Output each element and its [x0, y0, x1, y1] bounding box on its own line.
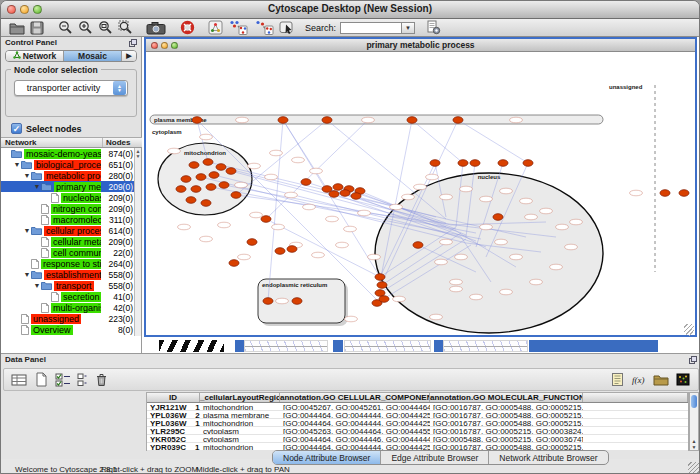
table-cell[interactable]: mitochondrion [200, 403, 280, 410]
tree-item-nitrogen-compo[interactable]: nitrogen compo209(0) [1, 203, 135, 214]
import-attributes-icon[interactable] [650, 370, 672, 390]
frame-resize-grip[interactable] [684, 324, 694, 334]
table-cell[interactable]: cytoplasm [200, 427, 280, 434]
tree-item-unassigned[interactable]: unassigned223(0) [1, 313, 135, 324]
window-resize-grip[interactable] [688, 462, 699, 473]
graph-node[interactable] [351, 193, 361, 200]
save-session-icon[interactable] [27, 20, 47, 36]
table-cell[interactable]: [GO:0016787, GO:0005488, GO:0005215, G..… [430, 419, 583, 426]
table-cell[interactable]: [GO:0016787, GO:0005215, GO:0003824, G..… [430, 427, 583, 434]
tree-item-metabolic-process[interactable]: ▼metabolic process280(0) [1, 170, 135, 181]
window-titlebar[interactable]: Cytoscape Desktop (New Session) [1, 1, 699, 19]
table-scrollbar[interactable]: ▲▼ [689, 392, 699, 451]
table-row[interactable]: YKR052Ccytoplasm[GO:0044464, GO:0044446,… [147, 435, 688, 443]
table-cell[interactable]: [GO:0044464, GO:0044446, GO:0044444, G..… [280, 435, 430, 442]
scrollbar-arrows[interactable]: ▲▼ [690, 438, 698, 450]
graph-node[interactable] [498, 160, 508, 167]
graph-node[interactable] [278, 117, 288, 124]
graph-node[interactable] [375, 274, 385, 281]
table-cell[interactable]: [GO:0044464, GO:0044444, GO:0044425, G..… [280, 443, 430, 450]
table-cell[interactable]: YKR052C [147, 435, 200, 442]
background-windows-strip[interactable] [142, 339, 700, 353]
column-header[interactable]: annotation.GO MOLECULAR_FUNCTION [430, 393, 583, 402]
float-panel-icon[interactable] [129, 39, 137, 49]
graph-node[interactable] [201, 200, 211, 207]
graph-node[interactable] [216, 164, 226, 171]
select-attributes-icon[interactable] [52, 370, 74, 390]
expand-toggle-icon[interactable]: ▼ [33, 282, 41, 289]
graph-node[interactable] [292, 298, 302, 305]
tab-network[interactable]: Network [6, 51, 64, 61]
tree-item-secretion[interactable]: secretion41(0) [1, 291, 135, 302]
expand-toggle-icon[interactable]: ▼ [23, 271, 31, 278]
table-cell[interactable]: YDR039C__1 [147, 443, 200, 450]
tree-scrollbar[interactable]: ▲▼ [134, 148, 141, 336]
graph-node[interactable] [192, 117, 202, 124]
open-session-icon[interactable] [7, 20, 27, 36]
attribute-table-icon[interactable] [8, 370, 30, 390]
column-header[interactable]: annotation.GO CELLULAR_COMPONENT [280, 393, 430, 402]
apply-layout-alt-icon[interactable] [251, 20, 277, 36]
background-window-fragment[interactable] [159, 340, 224, 352]
graph-node[interactable] [229, 260, 239, 267]
graph-node[interactable] [523, 160, 533, 167]
annotation-settings-icon[interactable] [423, 20, 443, 36]
graph-node[interactable] [340, 190, 350, 197]
network-view-titlebar[interactable]: primary metabolic process [146, 39, 695, 52]
zoom-out-icon[interactable] [55, 20, 75, 36]
tree-item-mosaic-demo-yeast[interactable]: mosaic-demo-yeast874(0) [1, 148, 135, 159]
apply-layout-icon[interactable] [225, 20, 251, 36]
table-row[interactable]: YPL036W__2plasma membrane[GO:0044464, GO… [147, 411, 688, 419]
table-cell[interactable]: YLR295C [147, 427, 200, 434]
table-cell[interactable]: [GO:0044464, GO:0044444, GO:0044425, G..… [280, 419, 430, 426]
graph-node[interactable] [219, 182, 229, 189]
graph-node[interactable] [453, 117, 463, 124]
graph-node[interactable] [375, 290, 385, 297]
expand-toggle-icon[interactable]: ▼ [23, 172, 31, 179]
expand-toggle-icon[interactable]: ▼ [13, 161, 21, 168]
table-cell[interactable]: YJR121W__1 [147, 403, 200, 410]
graph-node[interactable] [186, 197, 196, 204]
tree-item-multi-organism-pro[interactable]: multi-organism pro42(0) [1, 302, 135, 313]
tree-item-biological-process[interactable]: ▼biological_process651(0) [1, 159, 135, 170]
background-window-fragment[interactable] [344, 340, 431, 352]
table-cell[interactable]: YPL036W__2 [147, 411, 200, 418]
tree-item-transport[interactable]: ▼transport558(0) [1, 280, 135, 291]
zoom-in-icon[interactable] [75, 20, 95, 36]
table-cell[interactable]: cytoplasm [200, 435, 280, 442]
table-cell[interactable]: [GO:0045263, GO:0044464, GO:0044455, G..… [280, 427, 430, 434]
graph-node[interactable] [301, 179, 311, 186]
column-header[interactable]: _cellularLayoutRegion [200, 393, 280, 402]
graph-node[interactable] [176, 186, 186, 193]
float-panel-icon[interactable] [689, 356, 697, 366]
table-cell[interactable]: [GO:0044464, GO:0044444, GO:0044425, G..… [280, 411, 430, 418]
tab-overflow-arrow[interactable]: ▶ [122, 51, 136, 61]
graph-node[interactable] [247, 239, 257, 246]
graph-node[interactable] [333, 184, 343, 191]
search-dropdown-button[interactable]: ▼ [402, 22, 415, 34]
graph-node[interactable] [470, 160, 480, 167]
graph-node[interactable] [206, 184, 216, 191]
graph-node[interactable] [209, 172, 219, 179]
table-cell[interactable]: plasma membrane [200, 411, 280, 418]
graph-node[interactable] [329, 191, 339, 198]
graph-node[interactable] [203, 159, 213, 166]
table-cell[interactable]: YPL036W__1 [147, 419, 200, 426]
delete-attribute-icon[interactable] [90, 370, 112, 390]
network-canvas[interactable]: plasma membranecytoplasmmitochondrionnuc… [146, 52, 695, 335]
graph-node[interactable] [189, 162, 199, 169]
background-window-fragment[interactable] [434, 340, 443, 352]
table-cell[interactable]: mitochondrion [200, 443, 280, 450]
tree-item-nucleobase-c[interactable]: nucleobase-c209(0) [1, 192, 135, 203]
table-row[interactable]: YJR121W__1mitochondrion[GO:0045267, GO:0… [147, 403, 688, 411]
table-cell[interactable]: [GO:0016787, GO:0005488, GO:0005215, G..… [430, 403, 583, 410]
graph-node[interactable] [377, 282, 387, 289]
help-icon[interactable] [177, 20, 197, 36]
table-cell[interactable]: [GO:0045267, GO:0045261, GO:0044464, G..… [280, 403, 430, 410]
node-color-select[interactable]: transporter activity ▲▼ [14, 80, 128, 96]
graph-node[interactable] [679, 190, 689, 197]
tree-item-establishment-of-lo[interactable]: ▼establishment of lo558(0) [1, 269, 135, 280]
annotation-icon[interactable] [606, 370, 628, 390]
unselect-attributes-icon[interactable] [74, 370, 90, 390]
table-cell[interactable]: [GO:0016787, GO:0005488, GO:0005215, G..… [430, 411, 583, 418]
